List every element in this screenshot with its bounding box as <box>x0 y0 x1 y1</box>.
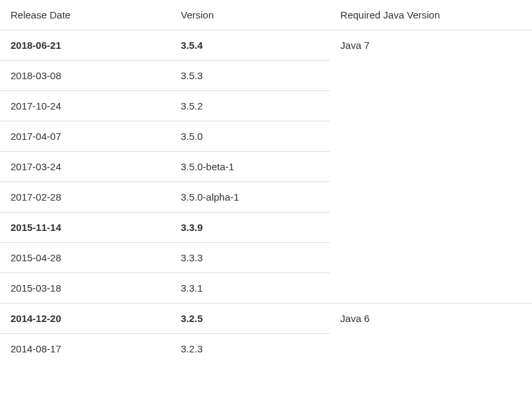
version-table-container: Release Date Version Required Java Versi… <box>0 0 532 364</box>
cell-release-date: 2018-06-21 <box>0 30 170 61</box>
cell-release-date: 2018-03-08 <box>0 61 170 91</box>
table-header: Release Date Version Required Java Versi… <box>0 0 532 30</box>
cell-release-date: 2014-08-17 <box>0 334 170 364</box>
cell-version: 3.5.3 <box>170 61 330 91</box>
cell-release-date: 2015-03-18 <box>0 273 170 304</box>
cell-version: 3.3.1 <box>170 273 330 304</box>
header-version: Version <box>170 0 330 30</box>
header-required-java: Required Java Version <box>330 0 532 30</box>
table-body: 2018-06-213.5.4Java 72018-03-083.5.32017… <box>0 30 532 364</box>
table-row: 2014-12-203.2.5Java 6 <box>0 304 532 334</box>
cell-version: 3.3.3 <box>170 243 330 273</box>
header-row: Release Date Version Required Java Versi… <box>0 0 532 30</box>
cell-version: 3.5.2 <box>170 91 330 121</box>
cell-version: 3.3.9 <box>170 212 330 243</box>
cell-version: 3.2.5 <box>170 304 330 334</box>
version-table: Release Date Version Required Java Versi… <box>0 0 532 364</box>
cell-release-date: 2015-11-14 <box>0 212 170 243</box>
cell-required-java: Java 6 <box>330 304 532 364</box>
cell-release-date: 2017-04-07 <box>0 121 170 152</box>
cell-version: 3.5.0-beta-1 <box>170 152 330 182</box>
cell-required-java: Java 7 <box>330 30 532 304</box>
cell-release-date: 2015-04-28 <box>0 243 170 273</box>
cell-version: 3.5.0 <box>170 121 330 152</box>
cell-version: 3.2.3 <box>170 334 330 364</box>
cell-release-date: 2017-02-28 <box>0 182 170 212</box>
cell-release-date: 2017-10-24 <box>0 91 170 121</box>
cell-version: 3.5.4 <box>170 30 330 61</box>
header-release-date: Release Date <box>0 0 170 30</box>
cell-release-date: 2014-12-20 <box>0 304 170 334</box>
table-row: 2018-06-213.5.4Java 7 <box>0 30 532 61</box>
cell-release-date: 2017-03-24 <box>0 152 170 182</box>
cell-version: 3.5.0-alpha-1 <box>170 182 330 212</box>
